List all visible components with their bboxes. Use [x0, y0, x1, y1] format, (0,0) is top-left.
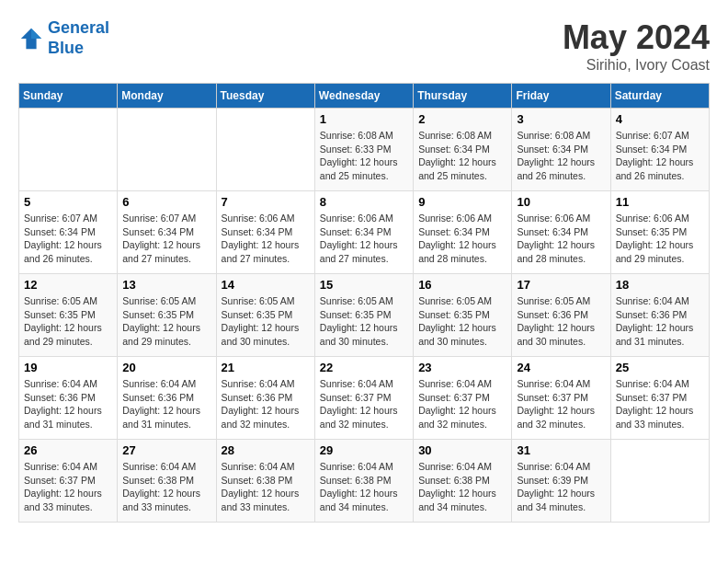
- day-number: 14: [222, 278, 310, 292]
- day-info: Sunrise: 6:07 AM Sunset: 6:34 PM Dayligh…: [122, 212, 210, 266]
- calendar-cell: [610, 440, 709, 523]
- day-number: 19: [24, 361, 112, 374]
- day-info: Sunrise: 6:06 AM Sunset: 6:34 PM Dayligh…: [222, 212, 310, 266]
- day-info: Sunrise: 6:06 AM Sunset: 6:34 PM Dayligh…: [320, 212, 408, 266]
- day-number: 23: [418, 361, 506, 374]
- calendar-cell: 25Sunrise: 6:04 AM Sunset: 6:37 PM Dayli…: [610, 357, 709, 440]
- day-number: 30: [418, 443, 506, 457]
- day-info: Sunrise: 6:04 AM Sunset: 6:37 PM Dayligh…: [517, 377, 605, 431]
- day-number: 26: [24, 443, 112, 457]
- day-info: Sunrise: 6:05 AM Sunset: 6:35 PM Dayligh…: [24, 294, 112, 349]
- calendar-cell: 17Sunrise: 6:05 AM Sunset: 6:36 PM Dayli…: [512, 274, 610, 357]
- calendar-cell: 7Sunrise: 6:06 AM Sunset: 6:34 PM Daylig…: [216, 191, 314, 274]
- day-number: 11: [616, 195, 704, 209]
- day-info: Sunrise: 6:08 AM Sunset: 6:34 PM Dayligh…: [517, 129, 605, 183]
- week-row-4: 26Sunrise: 6:04 AM Sunset: 6:37 PM Dayli…: [19, 440, 710, 523]
- calendar-cell: 31Sunrise: 6:04 AM Sunset: 6:39 PM Dayli…: [512, 440, 610, 523]
- day-info: Sunrise: 6:05 AM Sunset: 6:35 PM Dayligh…: [320, 294, 408, 349]
- calendar-cell: 26Sunrise: 6:04 AM Sunset: 6:37 PM Dayli…: [19, 440, 118, 523]
- calendar-cell: 5Sunrise: 6:07 AM Sunset: 6:34 PM Daylig…: [19, 191, 118, 274]
- header-day-wednesday: Wednesday: [314, 84, 413, 109]
- day-info: Sunrise: 6:06 AM Sunset: 6:35 PM Dayligh…: [616, 212, 704, 266]
- title-block: May 2024 Sirihio, Ivory Coast: [563, 18, 710, 74]
- week-row-0: 1Sunrise: 6:08 AM Sunset: 6:33 PM Daylig…: [19, 109, 710, 191]
- calendar-cell: 9Sunrise: 6:06 AM Sunset: 6:34 PM Daylig…: [414, 191, 512, 274]
- calendar-cell: 10Sunrise: 6:06 AM Sunset: 6:34 PM Dayli…: [512, 191, 610, 274]
- header-day-monday: Monday: [118, 84, 216, 109]
- day-info: Sunrise: 6:06 AM Sunset: 6:34 PM Dayligh…: [517, 212, 605, 266]
- calendar-cell: 8Sunrise: 6:06 AM Sunset: 6:34 PM Daylig…: [314, 191, 413, 274]
- day-info: Sunrise: 6:07 AM Sunset: 6:34 PM Dayligh…: [616, 129, 704, 183]
- day-info: Sunrise: 6:04 AM Sunset: 6:38 PM Dayligh…: [320, 460, 408, 514]
- calendar-cell: 22Sunrise: 6:04 AM Sunset: 6:37 PM Dayli…: [314, 357, 413, 440]
- day-number: 6: [122, 195, 210, 209]
- header-day-friday: Friday: [512, 84, 610, 109]
- day-info: Sunrise: 6:08 AM Sunset: 6:34 PM Dayligh…: [418, 129, 506, 183]
- day-info: Sunrise: 6:04 AM Sunset: 6:37 PM Dayligh…: [616, 377, 704, 431]
- day-number: 29: [320, 443, 408, 457]
- day-number: 18: [616, 278, 704, 292]
- logo-general: General: [48, 18, 109, 37]
- calendar-cell: [118, 109, 216, 191]
- day-info: Sunrise: 6:04 AM Sunset: 6:37 PM Dayligh…: [320, 377, 408, 431]
- day-info: Sunrise: 6:05 AM Sunset: 6:35 PM Dayligh…: [222, 294, 310, 349]
- calendar-cell: 29Sunrise: 6:04 AM Sunset: 6:38 PM Dayli…: [314, 440, 413, 523]
- calendar-cell: [19, 109, 118, 191]
- calendar-cell: 12Sunrise: 6:05 AM Sunset: 6:35 PM Dayli…: [19, 274, 118, 357]
- day-number: 10: [517, 195, 605, 209]
- calendar-cell: 3Sunrise: 6:08 AM Sunset: 6:34 PM Daylig…: [512, 109, 610, 191]
- day-number: 2: [418, 112, 506, 126]
- calendar-cell: 2Sunrise: 6:08 AM Sunset: 6:34 PM Daylig…: [414, 109, 512, 191]
- calendar-cell: 23Sunrise: 6:04 AM Sunset: 6:37 PM Dayli…: [414, 357, 512, 440]
- calendar-cell: 1Sunrise: 6:08 AM Sunset: 6:33 PM Daylig…: [314, 109, 413, 191]
- day-number: 8: [320, 195, 408, 209]
- calendar-cell: 19Sunrise: 6:04 AM Sunset: 6:36 PM Dayli…: [19, 357, 118, 440]
- header-day-sunday: Sunday: [19, 84, 118, 109]
- day-info: Sunrise: 6:04 AM Sunset: 6:38 PM Dayligh…: [122, 460, 210, 514]
- calendar-cell: 21Sunrise: 6:04 AM Sunset: 6:36 PM Dayli…: [216, 357, 314, 440]
- header-day-tuesday: Tuesday: [216, 84, 314, 109]
- calendar-cell: 30Sunrise: 6:04 AM Sunset: 6:38 PM Dayli…: [414, 440, 512, 523]
- page-header: General Blue May 2024 Sirihio, Ivory Coa…: [18, 18, 710, 74]
- calendar-cell: 27Sunrise: 6:04 AM Sunset: 6:38 PM Dayli…: [118, 440, 216, 523]
- calendar-cell: 14Sunrise: 6:05 AM Sunset: 6:35 PM Dayli…: [216, 274, 314, 357]
- logo: General Blue: [18, 18, 109, 58]
- week-row-1: 5Sunrise: 6:07 AM Sunset: 6:34 PM Daylig…: [19, 191, 710, 274]
- day-info: Sunrise: 6:08 AM Sunset: 6:33 PM Dayligh…: [320, 129, 408, 183]
- header-row: SundayMondayTuesdayWednesdayThursdayFrid…: [19, 84, 710, 109]
- day-info: Sunrise: 6:06 AM Sunset: 6:34 PM Dayligh…: [418, 212, 506, 266]
- calendar-table: SundayMondayTuesdayWednesdayThursdayFrid…: [18, 83, 710, 523]
- day-number: 15: [320, 278, 408, 292]
- svg-marker-1: [31, 28, 41, 38]
- day-number: 9: [418, 195, 506, 209]
- header-day-saturday: Saturday: [610, 84, 709, 109]
- day-number: 13: [122, 278, 210, 292]
- location: Sirihio, Ivory Coast: [563, 57, 710, 74]
- day-info: Sunrise: 6:04 AM Sunset: 6:38 PM Dayligh…: [222, 460, 310, 514]
- day-number: 4: [616, 112, 704, 126]
- day-number: 12: [24, 278, 112, 292]
- calendar-cell: 6Sunrise: 6:07 AM Sunset: 6:34 PM Daylig…: [118, 191, 216, 274]
- day-number: 5: [24, 195, 112, 209]
- day-number: 22: [320, 361, 408, 374]
- day-number: 27: [122, 443, 210, 457]
- header-day-thursday: Thursday: [414, 84, 512, 109]
- day-info: Sunrise: 6:04 AM Sunset: 6:36 PM Dayligh…: [24, 377, 112, 431]
- week-row-2: 12Sunrise: 6:05 AM Sunset: 6:35 PM Dayli…: [19, 274, 710, 357]
- day-number: 1: [320, 112, 408, 126]
- day-info: Sunrise: 6:04 AM Sunset: 6:38 PM Dayligh…: [418, 460, 506, 514]
- day-number: 17: [517, 278, 605, 292]
- calendar-cell: 28Sunrise: 6:04 AM Sunset: 6:38 PM Dayli…: [216, 440, 314, 523]
- logo-icon: [18, 26, 44, 52]
- calendar-cell: 15Sunrise: 6:05 AM Sunset: 6:35 PM Dayli…: [314, 274, 413, 357]
- calendar-cell: 13Sunrise: 6:05 AM Sunset: 6:35 PM Dayli…: [118, 274, 216, 357]
- day-info: Sunrise: 6:07 AM Sunset: 6:34 PM Dayligh…: [24, 212, 112, 266]
- day-info: Sunrise: 6:05 AM Sunset: 6:36 PM Dayligh…: [517, 294, 605, 349]
- day-info: Sunrise: 6:04 AM Sunset: 6:39 PM Dayligh…: [517, 460, 605, 514]
- day-number: 21: [222, 361, 310, 374]
- calendar-cell: 18Sunrise: 6:04 AM Sunset: 6:36 PM Dayli…: [610, 274, 709, 357]
- day-info: Sunrise: 6:04 AM Sunset: 6:37 PM Dayligh…: [418, 377, 506, 431]
- day-number: 16: [418, 278, 506, 292]
- month-title: May 2024: [563, 18, 710, 57]
- calendar-cell: [216, 109, 314, 191]
